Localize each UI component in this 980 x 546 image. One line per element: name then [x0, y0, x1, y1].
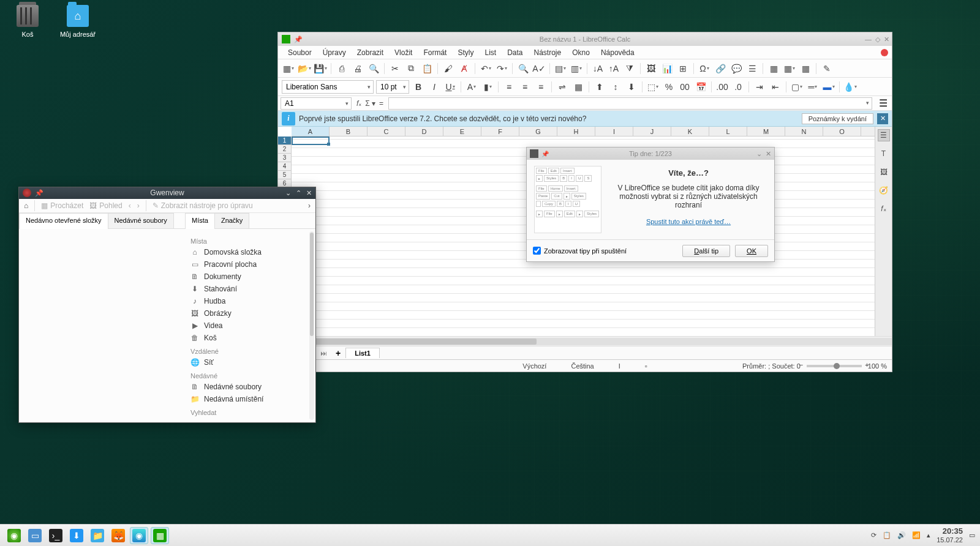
date-button[interactable]: 📅	[694, 80, 707, 94]
col-H[interactable]: H	[557, 127, 595, 136]
spellcheck-button[interactable]: A✓	[532, 62, 546, 75]
highlight-color-button[interactable]: ▮	[481, 80, 494, 94]
define-print-area-button[interactable]: ▦	[767, 62, 780, 75]
home-button[interactable]: ⌂	[24, 201, 28, 210]
tab-last-button[interactable]: ⏭	[317, 350, 331, 357]
clear-format-button[interactable]: A̸	[458, 62, 471, 75]
sum-button[interactable]: Σ ▾	[365, 99, 375, 108]
place-recent-locations[interactable]: 📁Nedávná umístění	[190, 393, 309, 405]
place-videos[interactable]: ▶Videa	[190, 320, 309, 332]
align-top-button[interactable]: ⬆	[593, 80, 606, 94]
browse-button[interactable]: ▦ Procházet	[41, 201, 83, 210]
gwenview-maximize-button[interactable]: ⌃	[296, 189, 301, 197]
header-footer-button[interactable]: ☰	[745, 62, 759, 75]
col-M[interactable]: M	[747, 127, 785, 136]
column-button[interactable]: ▥	[570, 62, 583, 75]
menu-napoveda[interactable]: Nápověda	[596, 47, 639, 58]
status-language[interactable]: Čeština	[571, 362, 594, 370]
function-wizard-button[interactable]: fₓ	[356, 99, 361, 108]
cut-button[interactable]: ✂	[388, 62, 402, 75]
maximize-button[interactable]: ◇	[875, 36, 880, 43]
status-stats[interactable]: Průměr: ; Součet: 0	[742, 362, 801, 370]
comment-button[interactable]: 💬	[729, 62, 743, 75]
col-K[interactable]: K	[671, 127, 709, 136]
sort-desc-button[interactable]: ↑A	[607, 62, 620, 75]
paste-button[interactable]: 📋	[420, 62, 434, 75]
tab-places[interactable]: Místa	[185, 213, 215, 228]
merge-cells-button[interactable]: ▦	[571, 80, 585, 94]
row-1[interactable]: 1	[278, 136, 291, 145]
sidebar-properties-icon[interactable]: ☰	[878, 129, 890, 141]
col-G[interactable]: G	[519, 127, 557, 136]
place-trash[interactable]: 🗑Koš	[190, 332, 309, 344]
close-document-button[interactable]	[881, 49, 888, 56]
open-button[interactable]: 📂	[298, 62, 311, 75]
align-right-button[interactable]: ≡	[534, 80, 548, 94]
menu-nastroje[interactable]: Nástroje	[529, 47, 567, 58]
print-button[interactable]: 🖨	[351, 62, 364, 75]
border-color-button[interactable]: ▬	[822, 80, 835, 94]
special-char-button[interactable]: Ω	[698, 62, 711, 75]
wrap-text-button[interactable]: ⇌	[556, 80, 569, 94]
cell-reference-box[interactable]: A1	[281, 97, 352, 110]
clone-format-button[interactable]: 🖌	[442, 62, 455, 75]
border-style-button[interactable]: ═	[806, 80, 820, 94]
place-home[interactable]: ⌂Domovská složka	[190, 246, 309, 258]
insert-mode-icon[interactable]: I	[619, 362, 620, 370]
sort-asc-button[interactable]: ↓A	[591, 62, 605, 75]
close-infobar-button[interactable]: ✕	[877, 113, 888, 124]
col-N[interactable]: N	[785, 127, 823, 136]
copy-button[interactable]: ⧉	[404, 62, 418, 75]
sidebar-styles-icon[interactable]: T	[878, 148, 890, 160]
menu-list[interactable]: List	[480, 47, 501, 58]
back-button[interactable]: ‹	[129, 201, 131, 210]
split-window-button[interactable]: ▦	[799, 62, 812, 75]
font-name-combo[interactable]: Liberation Sans	[282, 80, 374, 94]
place-recent-files[interactable]: 🗎Nedávné soubory	[190, 381, 309, 393]
tip-action-link[interactable]: Spustit tuto akci právě teď…	[610, 218, 767, 225]
status-pagestyle[interactable]: Výchozí	[522, 362, 546, 370]
tray-updates-icon[interactable]: ⟳	[871, 531, 876, 539]
decrease-indent-button[interactable]: ⇤	[769, 80, 782, 94]
autofilter-button[interactable]: ⧩	[623, 62, 636, 75]
menu-format[interactable]: Formát	[418, 47, 451, 58]
tip-minimize-button[interactable]: ⌄	[756, 150, 762, 158]
task-firefox[interactable]: 🦊	[109, 527, 127, 544]
row-2[interactable]: 2	[278, 145, 291, 154]
menu-zobrazit[interactable]: Zobrazit	[352, 47, 388, 58]
menu-upravy[interactable]: Úpravy	[318, 47, 351, 58]
row-3[interactable]: 3	[278, 154, 291, 162]
sidebar-navigator-icon[interactable]: 🧭	[878, 184, 890, 196]
edit-tools-button[interactable]: ✎ Zobrazit nástroje pro úpravu	[153, 201, 253, 210]
task-dolphin[interactable]: 📁	[88, 527, 107, 544]
equals-button[interactable]: =	[379, 99, 383, 108]
sidebar-functions-icon[interactable]: fₓ	[878, 203, 890, 215]
formula-input[interactable]	[388, 97, 872, 110]
sidebar-gallery-icon[interactable]: 🖼	[878, 166, 890, 178]
tray-clipboard-icon[interactable]: 📋	[883, 531, 891, 539]
tray-peek-desktop[interactable]: ▭	[969, 531, 975, 539]
conditional-format-button[interactable]: 💧	[843, 80, 857, 94]
sidebar-toggle-icon[interactable]: ☰	[875, 97, 892, 109]
menu-styly[interactable]: Styly	[453, 47, 478, 58]
align-center-button[interactable]: ≡	[518, 80, 532, 94]
release-notes-button[interactable]: Poznámky k vydání	[802, 113, 873, 124]
tip-titlebar[interactable]: 📌 Tip dne: 1/223 ⌄ ✕	[527, 148, 774, 160]
task-konsole[interactable]: ›_	[47, 527, 65, 544]
underline-button[interactable]: U	[443, 80, 457, 94]
number-format-button[interactable]: ⬚	[646, 80, 660, 94]
row-button[interactable]: ▤	[554, 62, 567, 75]
tab-recent-files[interactable]: Nedávné soubory	[108, 213, 174, 228]
selection-mode-icon[interactable]: ▫	[645, 362, 647, 370]
sheet-tab-list1[interactable]: List1	[345, 348, 380, 358]
new-button[interactable]: ▦	[282, 62, 295, 75]
font-size-combo[interactable]: 10 pt	[376, 80, 409, 94]
next-tip-button[interactable]: Další tip	[682, 245, 730, 257]
insert-image-button[interactable]: 🖼	[644, 62, 658, 75]
borders-button[interactable]: ▢	[790, 80, 804, 94]
tip-ok-button[interactable]: OK	[735, 245, 768, 257]
insert-chart-button[interactable]: 📊	[660, 62, 674, 75]
align-left-button[interactable]: ≡	[502, 80, 516, 94]
desktop-icon-home[interactable]: Můj adresář	[56, 5, 99, 38]
toolbar-overflow-button[interactable]: ›	[308, 201, 311, 210]
